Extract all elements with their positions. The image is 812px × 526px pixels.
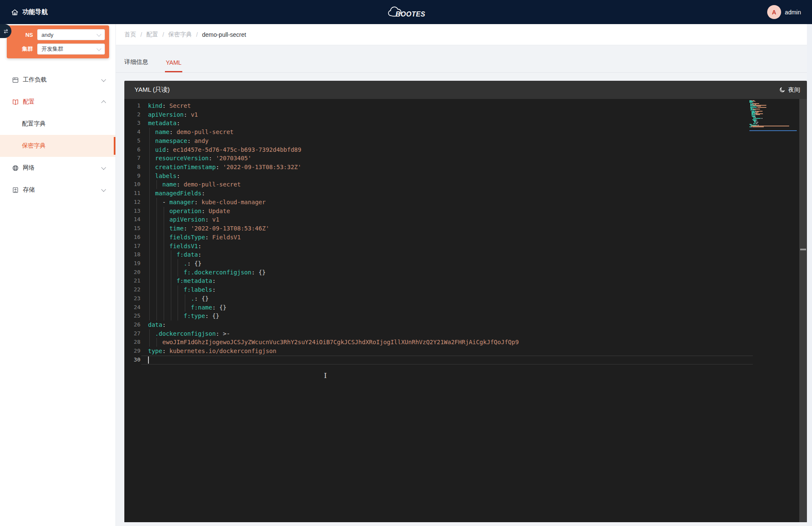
user-menu[interactable]: A admin bbox=[767, 5, 801, 19]
code-line[interactable]: 22 f:labels: bbox=[124, 285, 807, 294]
code-line[interactable]: 28 ewoJImF1dGhzIjogewoJCSJyZWcucnVuc3RhY… bbox=[124, 338, 807, 347]
tab-bar: 详细信息YAML bbox=[116, 45, 807, 73]
code-line[interactable]: 21 f:metadata: bbox=[124, 277, 807, 285]
code-line[interactable]: 6 uid: ec1d457e-5d76-475c-b693-7392d4bbf… bbox=[124, 145, 807, 154]
line-number: 4 bbox=[124, 128, 140, 137]
page-scrollbar-track[interactable] bbox=[807, 24, 812, 526]
sidebar-menu: 工作负载配置配置字典保密字典网络存储 bbox=[0, 69, 115, 201]
line-number: 19 bbox=[124, 259, 140, 268]
code-line[interactable]: 4 name: demo-pull-secret bbox=[124, 128, 807, 137]
breadcrumb: 首页/配置/保密字典/demo-pull-secret bbox=[116, 24, 807, 45]
line-content: operation: Update bbox=[148, 207, 230, 216]
brand-logo: BOOTES bbox=[387, 6, 425, 18]
code-line[interactable]: 27 .dockerconfigjson: >- bbox=[124, 329, 807, 338]
line-content: time: '2022-09-13T08:53:46Z' bbox=[148, 224, 269, 233]
sidebar-item-label: 网络 bbox=[23, 164, 102, 172]
chevron-down-icon bbox=[96, 46, 101, 51]
line-content: labels: bbox=[148, 172, 180, 181]
code-line[interactable]: 24 f:name: {} bbox=[124, 303, 807, 312]
namespace-select[interactable]: andy bbox=[37, 29, 105, 40]
text-caret bbox=[148, 356, 149, 364]
code-line[interactable]: 20 f:.dockerconfigjson: {} bbox=[124, 268, 807, 277]
line-number: 27 bbox=[124, 329, 140, 338]
line-content: f:labels: bbox=[148, 285, 216, 294]
line-number: 8 bbox=[124, 163, 140, 172]
chevron-down-icon bbox=[101, 77, 106, 82]
line-number: 20 bbox=[124, 268, 140, 277]
code-line[interactable]: 30 bbox=[124, 356, 807, 364]
function-nav-label: 功能导航 bbox=[22, 8, 48, 16]
night-mode-label: 夜间 bbox=[788, 86, 800, 94]
code-line[interactable]: 9 labels: bbox=[124, 172, 807, 181]
tab-yaml[interactable]: YAML bbox=[166, 59, 181, 72]
code-line[interactable]: 16 fieldsType: FieldsV1 bbox=[124, 233, 807, 242]
line-content: .: {} bbox=[148, 294, 208, 303]
code-line[interactable]: 3metadata: bbox=[124, 119, 807, 128]
line-content: f:name: {} bbox=[148, 303, 226, 312]
function-nav-button[interactable]: 功能导航 bbox=[11, 8, 48, 16]
storage-icon bbox=[12, 186, 19, 194]
sidebar-subitem-configmap[interactable]: 配置字典 bbox=[0, 113, 115, 135]
code-line[interactable]: 12 - manager: kube-cloud-manager bbox=[124, 198, 807, 207]
line-number: 14 bbox=[124, 215, 140, 224]
code-line[interactable]: 7 resourceVersion: '20703405' bbox=[124, 154, 807, 163]
code-line[interactable]: 8 creationTimestamp: '2022-09-13T08:53:3… bbox=[124, 163, 807, 172]
code-line[interactable]: 2apiVersion: v1 bbox=[124, 110, 807, 119]
minimap-line bbox=[749, 126, 751, 127]
sidebar-item-label: 工作负载 bbox=[23, 76, 102, 84]
code-line[interactable]: 17 fieldsV1: bbox=[124, 242, 807, 251]
code-line[interactable]: 13 operation: Update bbox=[124, 207, 807, 216]
namespace-filter-row: NS andy bbox=[9, 29, 105, 40]
minimap[interactable] bbox=[749, 100, 797, 134]
yaml-editor-title: YAML (只读) bbox=[134, 86, 170, 94]
breadcrumb-separator: / bbox=[140, 31, 142, 38]
yaml-code-area[interactable]: 1kind: Secret2apiVersion: v13metadata:4 … bbox=[124, 99, 807, 522]
line-number: 7 bbox=[124, 154, 140, 163]
night-mode-toggle[interactable]: 夜间 bbox=[779, 86, 800, 94]
swap-arrows-icon bbox=[3, 28, 9, 34]
breadcrumb-link[interactable]: 保密字典 bbox=[168, 31, 192, 38]
minimap-line bbox=[757, 114, 760, 115]
breadcrumb-link[interactable]: 配置 bbox=[146, 31, 158, 38]
code-line[interactable]: 14 apiVersion: v1 bbox=[124, 215, 807, 224]
sidebar-subitem-label: 保密字典 bbox=[22, 142, 46, 150]
breadcrumb-separator: / bbox=[196, 31, 198, 38]
sidebar-item-network[interactable]: 网络 bbox=[0, 157, 115, 179]
code-line[interactable]: 25 f:type: {} bbox=[124, 312, 807, 321]
sidebar-item-workload[interactable]: 工作负载 bbox=[0, 69, 115, 91]
yaml-editor-panel: YAML (只读) 夜间 1kind: Secret2apiVersion: v… bbox=[124, 81, 807, 522]
code-line[interactable]: 19 .: {} bbox=[124, 259, 807, 268]
sidebar-item-storage[interactable]: 存储 bbox=[0, 179, 115, 201]
line-content: apiVersion: v1 bbox=[148, 110, 198, 119]
editor-scrollbar[interactable] bbox=[799, 99, 807, 522]
sidebar-item-label: 配置 bbox=[23, 98, 102, 106]
line-number: 21 bbox=[124, 277, 140, 285]
code-line[interactable]: 23 .: {} bbox=[124, 294, 807, 303]
code-line[interactable]: 10 name: demo-pull-secret bbox=[124, 180, 807, 189]
top-navbar: 功能导航 BOOTES A admin bbox=[0, 0, 812, 24]
username-label: admin bbox=[785, 9, 801, 16]
breadcrumb-link[interactable]: 首页 bbox=[124, 31, 136, 38]
line-content: resourceVersion: '20703405' bbox=[148, 154, 251, 163]
code-line[interactable]: 11 managedFields: bbox=[124, 189, 807, 198]
code-line[interactable]: 29type: kubernetes.io/dockerconfigjson bbox=[124, 347, 807, 356]
code-line[interactable]: 5 namespace: andy bbox=[124, 137, 807, 145]
sidebar-subitem-secret[interactable]: 保密字典 bbox=[0, 135, 115, 157]
code-line[interactable]: 1kind: Secret bbox=[124, 101, 807, 110]
code-line[interactable]: 26data: bbox=[124, 321, 807, 329]
line-content: namespace: andy bbox=[148, 137, 208, 145]
tab-details[interactable]: 详细信息 bbox=[124, 58, 148, 72]
sidebar-item-label: 存储 bbox=[23, 186, 102, 194]
line-content: f:type: {} bbox=[148, 312, 219, 321]
breadcrumb-current: demo-pull-secret bbox=[202, 31, 246, 38]
code-line[interactable]: 18 f:data: bbox=[124, 250, 807, 259]
code-line[interactable]: 15 time: '2022-09-13T08:53:46Z' bbox=[124, 224, 807, 233]
chevron-down-icon bbox=[101, 165, 106, 170]
minimap-line bbox=[762, 118, 763, 119]
line-number: 3 bbox=[124, 119, 140, 128]
sidebar-subitem-label: 配置字典 bbox=[22, 120, 46, 128]
cluster-select[interactable]: 开发集群 bbox=[37, 44, 105, 55]
line-content: uid: ec1d457e-5d76-475c-b693-7392d4bbfd8… bbox=[148, 145, 301, 154]
sidebar-item-config[interactable]: 配置 bbox=[0, 91, 115, 113]
line-number: 30 bbox=[124, 356, 140, 364]
